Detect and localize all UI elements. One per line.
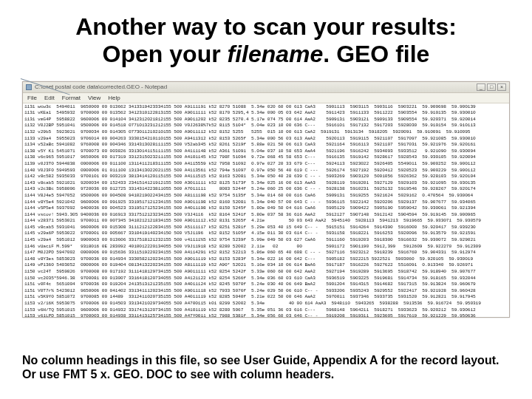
menu-view[interactable]: View bbox=[88, 95, 100, 101]
notepad-window: C:\cnet postal code data\corrected.GEO -… bbox=[22, 81, 510, 318]
menu-edit[interactable]: Edit bbox=[44, 95, 55, 101]
menubar: File Edit Format View Help bbox=[23, 93, 509, 103]
title-line-2-post: . GEO file bbox=[323, 41, 429, 67]
app-icon bbox=[26, 84, 32, 90]
maximize-button[interactable]: □ bbox=[487, 83, 496, 91]
menu-file[interactable]: File bbox=[27, 95, 37, 101]
window-titlebar[interactable]: C:\cnet postal code data\corrected.GEO -… bbox=[23, 82, 509, 93]
menu-help[interactable]: Help bbox=[108, 95, 120, 101]
title-line-2-filename: filename bbox=[228, 41, 324, 67]
slide-title: Another way to scan your results: Open y… bbox=[22, 13, 510, 68]
title-line-1: Another way to scan your results: bbox=[75, 13, 457, 40]
file-content[interactable]: 1131 wcw3c 5494011 9650000 00 013662 341… bbox=[23, 103, 509, 317]
minimize-button[interactable]: _ bbox=[477, 83, 485, 91]
close-button[interactable]: × bbox=[497, 83, 506, 91]
footnote-line-1: No column headings in this file, so see … bbox=[22, 354, 499, 366]
title-line-2-pre: Open your bbox=[103, 41, 228, 67]
footnote: No column headings in this file, so see … bbox=[22, 353, 510, 381]
menu-format[interactable]: Format bbox=[62, 95, 81, 101]
window-buttons: _ □ × bbox=[477, 83, 506, 91]
footnote-line-2: Or use FMT 5 x. GEO. DOC to see with col… bbox=[22, 368, 334, 381]
